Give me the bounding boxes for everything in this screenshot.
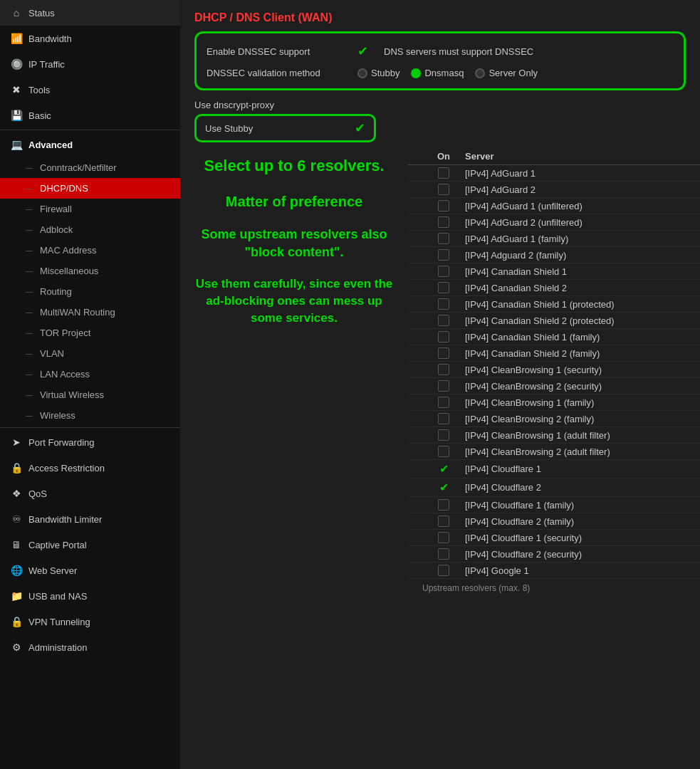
resolver-checkbox[interactable]: ✔ <box>422 462 465 476</box>
resolver-row[interactable]: ✔[IPv4] Cloudflare 1 <box>408 460 700 478</box>
resolver-checkbox[interactable] <box>422 380 465 392</box>
resolver-row[interactable]: [IPv4] AdGuard 1 (family) <box>408 231 700 247</box>
resolver-checkbox[interactable] <box>422 548 465 560</box>
resolver-row[interactable]: [IPv4] Canadian Shield 1 <box>408 263 700 280</box>
use-stubby-group: Use Stubby ✔ <box>194 114 376 142</box>
resolver-row[interactable]: [IPv4] Canadian Shield 2 (protected) <box>408 313 700 329</box>
resolver-row[interactable]: [IPv4] Canadian Shield 1 (protected) <box>408 296 700 313</box>
resolver-checkbox[interactable] <box>422 216 465 228</box>
lock-icon: 🔒 <box>10 462 23 474</box>
tools-icon: ✖ <box>10 84 23 95</box>
annotation-2: Matter of preference <box>180 184 408 219</box>
enable-dnssec-checkbox[interactable]: ✔ <box>357 43 368 59</box>
resolver-row[interactable]: [IPv4] AdGuard 1 (unfiltered) <box>408 198 700 214</box>
resolver-checkbox[interactable] <box>422 347 465 359</box>
sidebar-sub-routing[interactable]: Routing <box>0 281 180 302</box>
captiveportal-icon: 🖥 <box>10 539 23 550</box>
resolver-row[interactable]: [IPv4] Cloudflare 2 (family) <box>408 513 700 530</box>
radio-serveronly[interactable]: Server Only <box>475 68 538 78</box>
resolver-row[interactable]: [IPv4] Canadian Shield 1 (family) <box>408 329 700 345</box>
resolver-checkbox[interactable] <box>422 200 465 211</box>
resolver-checkbox[interactable] <box>422 532 465 543</box>
resolver-row[interactable]: [IPv4] CleanBrowsing 2 (adult filter) <box>408 444 700 460</box>
resolver-checkbox[interactable] <box>422 516 465 527</box>
resolver-row[interactable]: [IPv4] CleanBrowsing 2 (family) <box>408 411 700 427</box>
resolver-checkbox[interactable] <box>422 397 465 408</box>
sidebar-item-ip-traffic[interactable]: 🔘 IP Traffic <box>0 51 180 77</box>
checkbox-unchecked <box>438 532 449 543</box>
header-server: Server <box>465 151 686 162</box>
resolver-server-name: [IPv4] Cloudflare 1 <box>465 464 686 474</box>
resolver-row[interactable]: [IPv4] Cloudflare 2 (security) <box>408 546 700 563</box>
resolver-row[interactable]: [IPv4] Canadian Shield 2 (family) <box>408 345 700 362</box>
resolver-checkbox[interactable] <box>422 331 465 342</box>
resolver-row[interactable]: [IPv4] CleanBrowsing 1 (family) <box>408 394 700 411</box>
sidebar-sub-adblock[interactable]: Adblock <box>0 219 180 240</box>
resolver-row[interactable]: [IPv4] CleanBrowsing 1 (adult filter) <box>408 427 700 444</box>
sidebar-item-captiveportal[interactable]: 🖥 Captive Portal <box>0 532 180 558</box>
checkbox-unchecked <box>438 282 449 293</box>
main-content: DHCP / DNS Client (WAN) Enable DNSSEC su… <box>180 0 700 769</box>
resolver-checkbox[interactable] <box>422 364 465 375</box>
resolver-checkbox[interactable] <box>422 413 465 424</box>
sidebar-item-vpntunneling[interactable]: 🔒 VPN Tunneling <box>0 609 180 634</box>
resolver-row[interactable]: [IPv4] Adguard 2 (family) <box>408 247 700 263</box>
sidebar-item-portforwarding[interactable]: ➤ Port Forwarding <box>0 429 180 455</box>
radio-dnsmasq[interactable]: Dnsmasq <box>411 68 464 78</box>
resolver-row[interactable]: [IPv4] CleanBrowsing 1 (security) <box>408 362 700 378</box>
resolver-row[interactable]: [IPv4] CleanBrowsing 2 (security) <box>408 378 700 394</box>
sidebar-item-basic[interactable]: 💾 Basic <box>0 103 180 128</box>
sidebar-item-status[interactable]: ⌂ Status <box>0 0 180 26</box>
sidebar-sub-firewall[interactable]: Firewall <box>0 199 180 219</box>
sidebar-sub-lanaccess[interactable]: LAN Access <box>0 364 180 384</box>
checkbox-unchecked <box>438 548 449 560</box>
resolver-checkbox[interactable] <box>422 167 465 179</box>
sidebar-sub-dhcpdns[interactable]: DHCP/DNS <box>0 178 180 199</box>
radio-dnsmasq-dot <box>411 68 421 78</box>
resolver-row[interactable]: [IPv4] AdGuard 2 <box>408 182 700 198</box>
sidebar-item-webserver[interactable]: 🌐 Web Server <box>0 558 180 583</box>
sidebar-item-accessrestriction[interactable]: 🔒 Access Restriction <box>0 455 180 481</box>
resolver-checkbox[interactable] <box>422 184 465 195</box>
use-stubby-checkbox[interactable]: ✔ <box>355 120 365 136</box>
sidebar-sub-vlan[interactable]: VLAN <box>0 343 180 364</box>
sidebar-item-bandwidthlimiter[interactable]: ♾ Bandwidth Limiter <box>0 506 180 532</box>
sidebar-item-bandwidth[interactable]: 📶 Bandwidth <box>0 26 180 51</box>
resolver-checkbox[interactable] <box>422 315 465 326</box>
resolver-row[interactable]: [IPv4] Google 1 <box>408 563 700 579</box>
sidebar-item-qos[interactable]: ❖ QoS <box>0 481 180 506</box>
resolver-row[interactable]: [IPv4] Cloudflare 1 (family) <box>408 497 700 513</box>
resolver-checkbox[interactable] <box>422 565 465 576</box>
resolver-server-name: [IPv4] CleanBrowsing 2 (security) <box>465 381 686 392</box>
resolver-checkbox[interactable] <box>422 429 465 441</box>
resolver-row[interactable]: [IPv4] Canadian Shield 2 <box>408 280 700 296</box>
sidebar-sub-torproject[interactable]: TOR Project <box>0 323 180 343</box>
sidebar-item-usbnas[interactable]: 📁 USB and NAS <box>0 583 180 609</box>
resolver-row[interactable]: ✔[IPv4] Cloudflare 2 <box>408 478 700 497</box>
sidebar-sub-multiwanrouting[interactable]: MultiWAN Routing <box>0 302 180 323</box>
resolver-checkbox[interactable] <box>422 266 465 277</box>
sidebar-item-tools[interactable]: ✖ Tools <box>0 77 180 103</box>
resolver-checkbox[interactable]: ✔ <box>422 481 465 494</box>
enable-dnssec-row: Enable DNSSEC support ✔ DNS servers must… <box>207 39 674 63</box>
resolver-checkbox[interactable] <box>422 499 465 511</box>
sidebar-sub-wireless[interactable]: Wireless <box>0 405 180 426</box>
resolver-checkbox[interactable] <box>422 282 465 293</box>
checkbox-unchecked <box>438 397 449 408</box>
resolver-checkbox[interactable] <box>422 233 465 244</box>
sidebar-sub-conntrack[interactable]: Conntrack/Netfilter <box>0 157 180 178</box>
resolver-checkbox[interactable] <box>422 446 465 457</box>
sidebar-sub-macaddress[interactable]: MAC Address <box>0 240 180 261</box>
sidebar-sub-virtualwireless[interactable]: Virtual Wireless <box>0 384 180 405</box>
resolver-row[interactable]: [IPv4] AdGuard 1 <box>408 165 700 182</box>
resolver-checkbox[interactable] <box>422 298 465 310</box>
resolver-checkbox[interactable] <box>422 249 465 261</box>
resolver-row[interactable]: [IPv4] AdGuard 2 (unfiltered) <box>408 214 700 231</box>
radio-stubby[interactable]: Stubby <box>357 68 399 78</box>
resolver-server-name: [IPv4] Google 1 <box>465 565 686 576</box>
sidebar-sub-miscellaneous[interactable]: Miscellaneous <box>0 261 180 281</box>
sidebar-item-advanced[interactable]: 💻 Advanced <box>0 132 180 157</box>
sidebar-item-administration[interactable]: ⚙ Administration <box>0 634 180 660</box>
resolver-row[interactable]: [IPv4] Cloudflare 1 (security) <box>408 530 700 546</box>
checkbox-unchecked <box>438 249 449 261</box>
